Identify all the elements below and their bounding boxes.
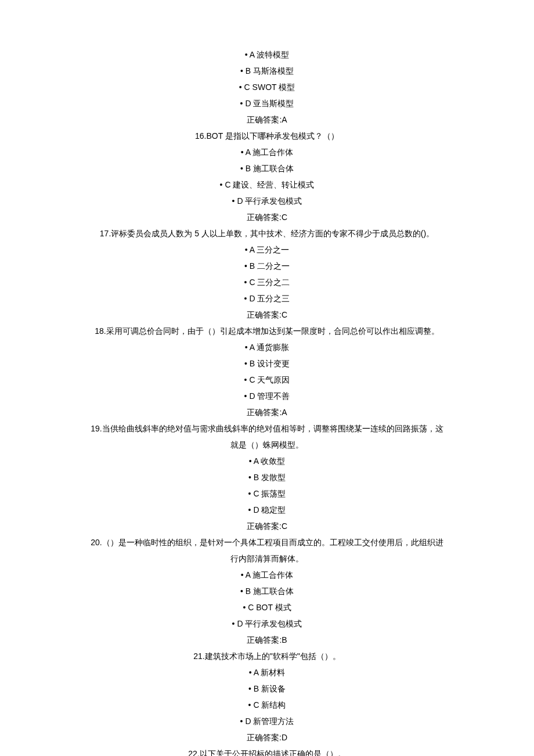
bullet-icon: • (248, 684, 251, 693)
question-line: 17.评标委员会成员人数为 5 人以上单数，其中技术、经济方面的专家不得少于成员… (35, 225, 499, 242)
question-text: 就是（）蛛网模型。 (230, 440, 304, 449)
option-row: • D 五分之三 (35, 290, 499, 307)
option-text: 波特模型 (257, 50, 289, 59)
question-number: 18. (95, 326, 106, 336)
bullet-icon: • (248, 473, 251, 482)
question-text: 行内部清算而解体。 (230, 554, 304, 563)
question-number: 21. (193, 651, 204, 661)
answer-value: B (282, 635, 287, 645)
answer-value: C (282, 213, 287, 222)
bullet-icon: • (244, 261, 247, 271)
option-letter: C (249, 375, 255, 384)
bullet-icon: • (240, 717, 243, 726)
option-letter: B (246, 164, 251, 173)
option-row: • B 施工联合体 (35, 160, 499, 177)
option-letter: D (237, 619, 243, 628)
option-letter: C (253, 489, 259, 498)
option-row: • A 收敛型 (35, 453, 499, 469)
option-letter: D (253, 505, 259, 514)
option-row: • C 新结构 (35, 697, 499, 713)
option-row: • D 新管理方法 (35, 713, 499, 729)
option-row: • D 稳定型 (35, 502, 499, 518)
option-row: • C 振荡型 (35, 485, 499, 502)
bullet-icon: • (248, 700, 251, 710)
question-number: 17. (100, 229, 111, 238)
option-text: 收敛型 (261, 456, 285, 466)
answer-label: 正确答案: (247, 115, 282, 124)
option-row: • D 平行承发包模式 (35, 615, 499, 632)
option-row: • B 施工联合体 (35, 583, 499, 599)
option-row: • A 通货膨胀 (35, 339, 499, 355)
option-text: 施工合作体 (252, 570, 293, 579)
option-text: 稳定型 (261, 505, 286, 514)
bullet-icon: • (245, 50, 248, 59)
question-text: 采用可调总价合同时，由于（）引起成本增加达到某一限度时，合同总价可以作出相应调整… (106, 326, 439, 336)
option-letter: A (250, 245, 255, 254)
option-text: 新结构 (261, 700, 286, 710)
question-text: （）是一种临时性的组织，是针对一个具体工程项目而成立的。工程竣工交付使用后，此组… (102, 538, 443, 547)
question-number: 22. (188, 749, 199, 756)
question-text: 以下关于公开招标的描述正确的是（）。 (200, 749, 346, 756)
question-line: 18.采用可调总价合同时，由于（）引起成本增加达到某一限度时，合同总价可以作出相… (35, 323, 499, 339)
option-letter: C (253, 700, 259, 710)
option-letter: B (246, 66, 251, 75)
answer-label: 正确答案: (247, 213, 282, 222)
bullet-icon: • (240, 164, 243, 173)
answer-label: 正确答案: (247, 733, 282, 742)
option-text: 施工合作体 (252, 147, 293, 157)
question-text: 评标委员会成员人数为 5 人以上单数，其中技术、经济方面的专家不得少于成员总数的… (111, 229, 434, 238)
answer-label: 正确答案: (247, 310, 282, 319)
answer-line: 正确答案:A (35, 111, 499, 128)
option-letter: B (254, 473, 259, 482)
option-letter: C (244, 82, 250, 92)
option-text: 通货膨胀 (257, 343, 289, 352)
option-letter: D (249, 294, 255, 303)
bullet-icon: • (248, 505, 251, 514)
bullet-icon: • (232, 196, 235, 206)
option-letter: B (250, 261, 255, 271)
bullet-icon: • (244, 294, 247, 303)
option-row: • B 马斯洛模型 (35, 63, 499, 79)
option-letter: A (250, 50, 255, 59)
question-line-continued: 行内部清算而解体。 (35, 550, 499, 567)
option-text: BOT 模式 (256, 603, 291, 612)
document-content: • A 波特模型 • B 马斯洛模型 • C SWOT 模型 • D 亚当斯模型… (35, 46, 499, 756)
option-text: SWOT 模型 (252, 82, 295, 92)
bullet-icon: • (245, 245, 248, 254)
bullet-icon: • (232, 619, 235, 628)
option-row: • A 新材料 (35, 664, 499, 681)
bullet-icon: • (244, 359, 247, 368)
option-text: 新设备 (261, 684, 286, 693)
answer-value: D (282, 733, 287, 742)
question-number: 16. (195, 131, 206, 141)
answer-label: 正确答案: (247, 408, 282, 417)
bullet-icon: • (241, 570, 244, 579)
answer-line: 正确答案:C (35, 307, 499, 323)
option-letter: D (237, 196, 243, 206)
question-line: 20.（）是一种临时性的组织，是针对一个具体工程项目而成立的。工程竣工交付使用后… (35, 534, 499, 550)
answer-label: 正确答案: (247, 635, 282, 645)
option-row: • A 波特模型 (35, 46, 499, 63)
option-text: 三分之一 (257, 245, 289, 254)
bullet-icon: • (243, 603, 246, 612)
bullet-icon: • (244, 278, 247, 287)
option-letter: A (246, 147, 251, 157)
option-row: • A 施工合作体 (35, 567, 499, 583)
bullet-icon: • (240, 586, 243, 596)
bullet-icon: • (245, 343, 248, 352)
option-letter: A (250, 343, 255, 352)
option-row: • B 二分之一 (35, 258, 499, 274)
option-row: • C 三分之二 (35, 274, 499, 290)
option-letter: D (249, 391, 255, 401)
option-row: • B 发散型 (35, 469, 499, 485)
question-line: 19.当供给曲线斜率的绝对值与需求曲线斜率的绝对值相等时，调整将围绕某一连续的回… (35, 420, 499, 437)
option-text: 施工联合体 (253, 586, 294, 596)
option-letter: A (254, 668, 259, 677)
option-row: • D 平行承发包模式 (35, 193, 499, 209)
option-text: 平行承发包模式 (245, 619, 302, 628)
option-letter: C (225, 180, 230, 189)
answer-line: 正确答案:C (35, 518, 499, 534)
answer-value: A (282, 408, 287, 417)
question-line: 21.建筑技术市场上的"软科学"包括（）。 (35, 648, 499, 664)
option-letter: A (254, 456, 259, 466)
